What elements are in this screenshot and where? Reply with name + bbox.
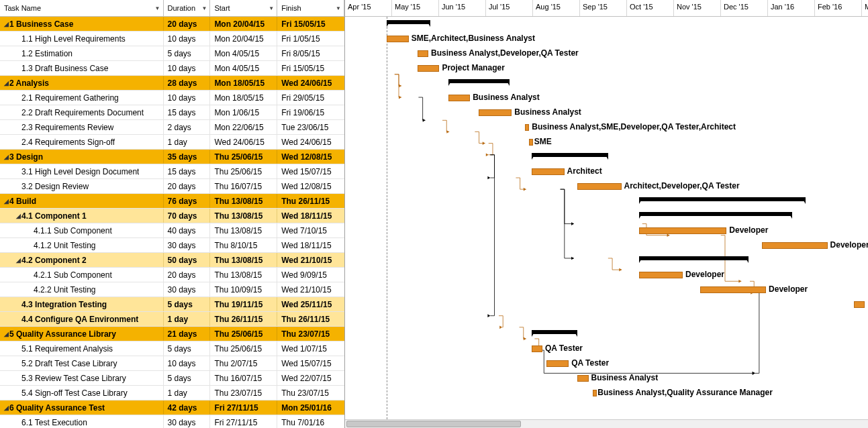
task-bar[interactable]: [448, 95, 471, 101]
cell-duration[interactable]: 21 days: [164, 327, 211, 341]
cell-start[interactable]: Mon 22/06/15: [210, 120, 277, 134]
cell-duration[interactable]: 5 days: [164, 341, 211, 356]
cell-duration[interactable]: 20 days: [164, 17, 211, 31]
task-bar[interactable]: [479, 109, 512, 116]
summary-bar[interactable]: [532, 330, 578, 334]
cell-duration[interactable]: 20 days: [164, 179, 211, 193]
gantt-chart[interactable]: Apr '15May '15Jun '15Jul '15Aug '15Sep '…: [345, 0, 868, 428]
table-row[interactable]: ◢5 Quality Assurance Library21 daysThu 2…: [0, 327, 344, 341]
task-bar[interactable]: [593, 390, 597, 396]
table-row[interactable]: 3.2 Design Review20 daysThu 16/07/15Wed …: [0, 179, 344, 194]
col-header-duration[interactable]: Duration ▼: [164, 0, 211, 16]
table-row[interactable]: 1.2 Estimation5 daysMon 4/05/15Fri 8/05/…: [0, 46, 344, 61]
table-row[interactable]: 1.3 Draft Business Case10 daysMon 4/05/1…: [0, 61, 344, 76]
cell-finish[interactable]: Fri 29/05/15: [277, 91, 344, 105]
table-row[interactable]: ◢4 Build76 daysThu 13/08/15Thu 26/11/15: [0, 194, 344, 209]
cell-duration[interactable]: 5 days: [164, 46, 211, 60]
cell-finish[interactable]: Wed 22/07/15: [277, 371, 344, 385]
cell-finish[interactable]: Wed 24/06/15: [277, 76, 344, 90]
cell-duration[interactable]: 1 day: [164, 312, 211, 326]
cell-duration[interactable]: 42 days: [164, 400, 211, 415]
col-header-start[interactable]: Start ▼: [210, 0, 277, 16]
cell-finish[interactable]: Wed 15/07/15: [277, 164, 344, 178]
cell-start[interactable]: Thu 13/08/15: [210, 253, 277, 267]
cell-duration[interactable]: 2 days: [164, 120, 211, 134]
cell-duration[interactable]: 30 days: [164, 282, 211, 297]
cell-start[interactable]: Thu 25/06/15: [210, 327, 277, 341]
cell-start[interactable]: Thu 13/08/15: [210, 194, 277, 208]
cell-duration[interactable]: 50 days: [164, 253, 211, 267]
cell-start[interactable]: Mon 4/05/15: [210, 46, 277, 60]
cell-start[interactable]: Mon 18/05/15: [210, 91, 277, 105]
cell-finish[interactable]: Wed 25/11/15: [277, 297, 344, 311]
cell-start[interactable]: Fri 27/11/15: [210, 415, 277, 428]
summary-bar[interactable]: [532, 153, 608, 157]
task-bar[interactable]: [418, 65, 440, 72]
cell-duration[interactable]: 30 days: [164, 238, 211, 252]
task-bar[interactable]: [639, 272, 683, 278]
summary-bar[interactable]: [448, 79, 510, 83]
cell-duration[interactable]: 76 days: [164, 194, 211, 208]
cell-start[interactable]: Mon 20/04/15: [210, 17, 277, 31]
cell-finish[interactable]: Fri 19/06/15: [277, 105, 344, 119]
cell-start[interactable]: Thu 13/08/15: [210, 268, 277, 282]
cell-finish[interactable]: Wed 21/10/15: [277, 253, 344, 267]
cell-start[interactable]: Thu 8/10/15: [210, 238, 277, 252]
task-bar[interactable]: [854, 301, 865, 308]
chevron-down-icon[interactable]: ▼: [333, 5, 341, 11]
cell-start[interactable]: Thu 26/11/15: [210, 312, 277, 326]
table-row[interactable]: 2.1 Requirement Gathering10 daysMon 18/0…: [0, 91, 344, 105]
cell-start[interactable]: Wed 24/06/15: [210, 135, 277, 149]
task-bar[interactable]: [387, 36, 409, 42]
cell-start[interactable]: Thu 2/07/15: [210, 356, 277, 370]
table-row[interactable]: ◢3 Design35 daysThu 25/06/15Wed 12/08/15: [0, 150, 344, 164]
table-row[interactable]: ◢2 Analysis28 daysMon 18/05/15Wed 24/06/…: [0, 76, 344, 91]
chevron-down-icon[interactable]: ▼: [152, 5, 160, 11]
cell-finish[interactable]: Fri 15/05/15: [277, 17, 344, 31]
cell-duration[interactable]: 10 days: [164, 61, 211, 75]
cell-start[interactable]: Thu 16/07/15: [210, 371, 277, 385]
cell-duration[interactable]: 70 days: [164, 209, 211, 223]
cell-duration[interactable]: 30 days: [164, 415, 211, 428]
cell-finish[interactable]: Wed 21/10/15: [277, 282, 344, 297]
cell-finish[interactable]: Thu 26/11/15: [277, 312, 344, 326]
collapse-icon[interactable]: ◢: [3, 405, 9, 411]
table-row[interactable]: 5.2 Draft Test Case Library10 daysThu 2/…: [0, 356, 344, 371]
summary-bar[interactable]: [387, 20, 430, 24]
cell-start[interactable]: Thu 25/06/15: [210, 341, 277, 356]
task-bar[interactable]: [577, 375, 588, 382]
table-row[interactable]: ◢1 Business Case20 daysMon 20/04/15Fri 1…: [0, 17, 344, 32]
col-header-task[interactable]: Task Name ▼: [0, 0, 164, 16]
collapse-icon[interactable]: ◢: [3, 198, 9, 205]
cell-duration[interactable]: 5 days: [164, 297, 211, 311]
cell-finish[interactable]: Thu 26/11/15: [277, 194, 344, 208]
cell-start[interactable]: Mon 1/06/15: [210, 105, 277, 119]
cell-finish[interactable]: Thu 7/01/16: [277, 415, 344, 428]
cell-finish[interactable]: Wed 1/07/15: [277, 341, 344, 356]
cell-duration[interactable]: 10 days: [164, 356, 211, 370]
cell-start[interactable]: Thu 25/06/15: [210, 150, 277, 164]
cell-duration[interactable]: 15 days: [164, 105, 211, 119]
cell-start[interactable]: Thu 23/07/15: [210, 386, 277, 400]
table-row[interactable]: 4.1.2 Unit Testing30 daysThu 8/10/15Wed …: [0, 238, 344, 253]
table-row[interactable]: 5.3 Review Test Case Library5 daysThu 16…: [0, 371, 344, 386]
cell-start[interactable]: Thu 25/06/15: [210, 164, 277, 178]
cell-finish[interactable]: Thu 23/07/15: [277, 327, 344, 341]
col-header-finish[interactable]: Finish ▼: [277, 0, 344, 16]
cell-start[interactable]: Mon 4/05/15: [210, 61, 277, 75]
cell-duration[interactable]: 20 days: [164, 268, 211, 282]
table-row[interactable]: 4.4 Configure QA Environment1 dayThu 26/…: [0, 312, 344, 327]
cell-finish[interactable]: Wed 7/10/15: [277, 223, 344, 237]
cell-finish[interactable]: Wed 24/06/15: [277, 135, 344, 149]
collapse-icon[interactable]: ◢: [3, 331, 9, 337]
cell-start[interactable]: Thu 13/08/15: [210, 209, 277, 223]
cell-finish[interactable]: Fri 8/05/15: [277, 46, 344, 60]
cell-duration[interactable]: 1 day: [164, 386, 211, 400]
cell-duration[interactable]: 10 days: [164, 32, 211, 46]
summary-bar[interactable]: [639, 256, 749, 260]
collapse-icon[interactable]: ◢: [3, 21, 9, 28]
task-bar[interactable]: [546, 360, 569, 367]
table-row[interactable]: 5.4 Sign-off Test Case Library1 dayThu 2…: [0, 386, 344, 400]
collapse-icon[interactable]: ◢: [15, 257, 21, 264]
cell-duration[interactable]: 1 day: [164, 135, 211, 149]
